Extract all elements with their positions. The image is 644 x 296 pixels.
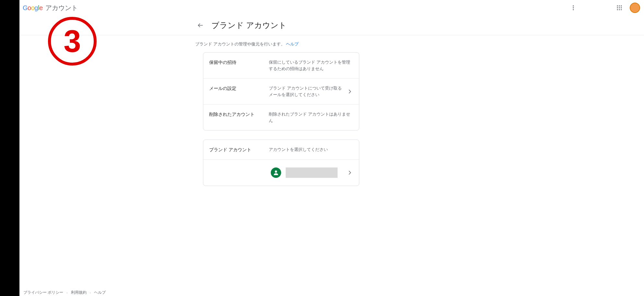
google-logo: Google	[23, 4, 43, 12]
page-header: ブランド アカウント	[19, 16, 644, 35]
separator-dot	[89, 290, 91, 295]
row-label: ブランド アカウント	[209, 146, 264, 153]
page-description-text: ブランド アカウントの管理や復元を行います。	[195, 42, 285, 46]
more-vert-icon[interactable]	[567, 1, 580, 14]
page-title: ブランド アカウント	[211, 20, 287, 31]
back-button[interactable]	[195, 20, 206, 31]
user-avatar[interactable]	[630, 3, 640, 13]
svg-point-13	[275, 170, 277, 173]
svg-point-0	[573, 6, 574, 6]
separator-dot	[66, 290, 68, 295]
main-area: Google アカウント ブランド アカウント ブランド アカウントの管理や復元…	[19, 0, 644, 296]
row-label: 削除されたアカウント	[209, 111, 264, 117]
terms-link[interactable]: 利用規約	[71, 290, 87, 295]
svg-point-7	[619, 7, 620, 8]
svg-point-4	[619, 6, 620, 6]
chevron-right-icon	[347, 169, 353, 176]
svg-point-8	[621, 7, 622, 8]
row-label: メールの設定	[209, 85, 264, 92]
svg-point-10	[619, 9, 620, 10]
svg-point-2	[573, 9, 574, 10]
row-email-settings[interactable]: メールの設定 ブランド アカウントについて受け取るメールを選択してください	[203, 78, 359, 104]
svg-point-5	[621, 6, 622, 6]
svg-point-1	[573, 7, 574, 8]
help-footer-link[interactable]: ヘルプ	[94, 290, 106, 295]
card-column: 保留中の招待 保留にしているブランド アカウントを管理するための招待はありません…	[203, 52, 359, 186]
row-brand-accounts-header: ブランド アカウント アカウントを選択してください	[203, 140, 359, 159]
svg-point-3	[617, 6, 618, 6]
product-name: アカウント	[45, 4, 78, 12]
footer-links: プライバシー ポリシー 利用規約 ヘルプ	[23, 290, 106, 295]
chevron-right-icon	[347, 88, 353, 95]
row-pending-invites: 保留中の招待 保留にしているブランド アカウントを管理するための招待はありません	[203, 53, 359, 78]
privacy-link[interactable]: プライバシー ポリシー	[23, 290, 63, 295]
row-desc: 削除されたブランド アカウントはありません	[269, 111, 353, 124]
svg-point-9	[617, 9, 618, 10]
svg-point-11	[621, 9, 622, 10]
brand-accounts-card: ブランド アカウント アカウントを選択してください	[203, 140, 359, 186]
app-bar: Google アカウント	[19, 0, 644, 16]
left-black-strip	[0, 0, 19, 296]
settings-card: 保留中の招待 保留にしているブランド アカウントを管理するための招待はありません…	[203, 52, 359, 130]
help-link[interactable]: ヘルプ	[286, 42, 299, 46]
row-deleted-accounts: 削除されたアカウント 削除されたブランド アカウントはありません	[203, 104, 359, 130]
brand-account-item[interactable]	[203, 159, 359, 186]
account-name-redacted	[286, 167, 338, 178]
row-desc: アカウントを選択してください	[269, 146, 353, 153]
svg-point-6	[617, 7, 618, 8]
row-label: 保留中の招待	[209, 59, 264, 66]
row-desc: ブランド アカウントについて受け取るメールを選択してください	[269, 85, 342, 98]
account-avatar-icon	[271, 167, 281, 178]
apps-grid-icon[interactable]	[613, 1, 626, 14]
page-description: ブランド アカウントの管理や復元を行います。 ヘルプ	[19, 35, 644, 52]
row-desc: 保留にしているブランド アカウントを管理するための招待はありません	[269, 59, 353, 72]
